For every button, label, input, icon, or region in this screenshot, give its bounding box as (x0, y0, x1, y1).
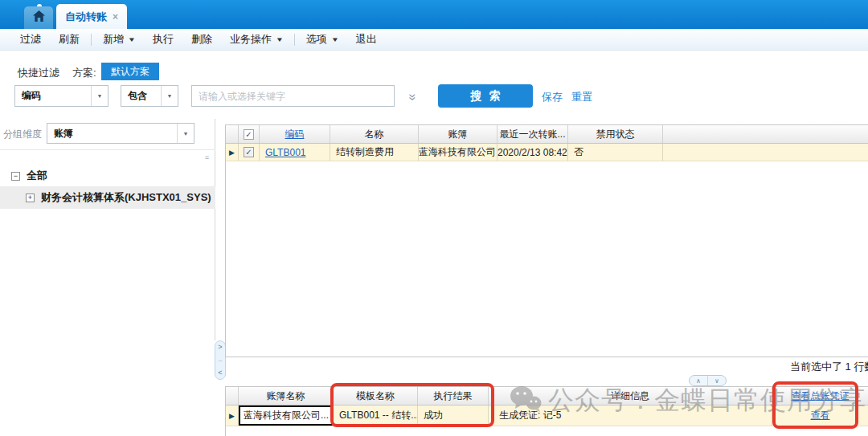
code-link[interactable]: GLTB001 (265, 147, 305, 158)
splitter-dash-icon: – (219, 357, 222, 364)
filter-operator-select-value: 包含 (121, 89, 161, 103)
filter-field-select[interactable]: 编码 ▼ (14, 85, 108, 107)
search-button[interactable]: 搜索 (438, 84, 533, 108)
cell-detail-info-text: 生成凭证: 记-5 (499, 409, 561, 422)
focused-cell[interactable]: 蓝海科技有限公司... (239, 405, 333, 426)
filter-field-select-value: 编码 (15, 89, 91, 103)
header-disabled-status[interactable]: 禁用状态 (568, 125, 663, 143)
toolbar-button-refresh[interactable]: 刷新 (50, 29, 88, 50)
filter-operator-select[interactable]: 包含 ▼ (121, 85, 178, 107)
select-all-checkbox-cell[interactable]: ✓ (239, 125, 260, 143)
header-detail-info[interactable]: 详细信息 (489, 387, 772, 405)
header-book-label: 账簿 (448, 128, 468, 141)
close-icon[interactable]: × (113, 11, 118, 22)
save-link[interactable]: 保存 (542, 90, 563, 104)
tree-item-accounting-system[interactable]: + 财务会计核算体系(KJHSTX01_SYS) (0, 186, 215, 209)
tree-handle-icon[interactable]: ≡ (205, 153, 209, 161)
toolbar-button-new[interactable]: 新增 ▼ (94, 29, 144, 50)
row-checkbox-cell[interactable]: ✓ (239, 144, 260, 161)
cell-name: 结转制造费用 (330, 144, 419, 161)
header-book-name[interactable]: 账簿名称 (239, 387, 334, 405)
cell-book: 蓝海科技有限公司 (419, 144, 497, 161)
execution-result-table-header: 账簿名称 模板名称 执行结果 详细信息 查看总账凭证 (226, 387, 868, 405)
book-tree: ≡ − 全部 + 财务会计核算体系(KJHSTX01_SYS) (0, 149, 215, 209)
toolbar-button-delete[interactable]: 删除 (182, 29, 221, 50)
tab-home[interactable] (24, 6, 53, 29)
toolbar-button-options[interactable]: 选项 ▼ (297, 29, 347, 50)
header-last-transfer-label: 最近一次转账... (499, 128, 565, 141)
row-indicator-cell: ▶ (226, 405, 239, 426)
chevron-down-icon: ▼ (331, 36, 339, 43)
table-row[interactable]: ▶ 蓝海科技有限公司... GLTB001 -- 结转... 成功 生成凭证: … (226, 405, 868, 426)
row-checkbox[interactable]: ✓ (244, 147, 254, 157)
header-exec-result-label: 执行结果 (434, 389, 473, 403)
selection-status: 当前选中了 1 行数据 (790, 360, 868, 374)
chevron-down-icon: ▼ (161, 86, 178, 106)
cell-book-name-text: 蓝海科技有限公司... (244, 409, 329, 422)
toolbar-button-exit[interactable]: 退出 (347, 29, 386, 50)
app-window: 自动转账 × 过滤 刷新 新增 ▼ 执行 删除 业务操作 ▼ 选项 ▼ (0, 0, 868, 436)
tree-item-all[interactable]: − 全部 (0, 165, 215, 186)
cell-disabled-status-text: 否 (574, 145, 583, 159)
cell-template-name: GLTB001 -- 结转... (334, 405, 418, 426)
header-code-label[interactable]: 编码 (285, 128, 305, 141)
header-last-transfer[interactable]: 最近一次转账... (497, 125, 568, 143)
header-book[interactable]: 账簿 (419, 125, 497, 143)
toolbar: 过滤 刷新 新增 ▼ 执行 删除 业务操作 ▼ 选项 ▼ 退出 (0, 29, 868, 51)
cell-view[interactable]: 查看 (772, 405, 868, 426)
cell-detail-info: 生成凭证: 记-5 (489, 405, 772, 426)
chevron-down-icon: ▼ (128, 36, 136, 43)
collapse-right-icon[interactable]: > (218, 344, 222, 351)
toolbar-button-business-ops[interactable]: 业务操作 ▼ (221, 29, 292, 50)
scheme-label: 方案: (72, 66, 96, 80)
cell-book-name[interactable]: 蓝海科技有限公司... (239, 405, 334, 426)
table-row[interactable]: ▶ ✓ GLTB001 结转制造费用 蓝海科技有限公司 2020/2/13 08… (226, 144, 868, 161)
header-view-voucher[interactable]: 查看总账凭证 (772, 387, 868, 405)
expand-filter-icon[interactable]: « (404, 90, 419, 104)
view-voucher-header-link[interactable]: 查看总账凭证 (792, 389, 850, 403)
header-name[interactable]: 名称 (330, 125, 419, 143)
header-code[interactable]: 编码 (260, 125, 330, 143)
header-disabled-status-label: 禁用状态 (596, 128, 635, 141)
view-link[interactable]: 查看 (811, 409, 830, 422)
tab-auto-transfer-label: 自动转账 (65, 10, 107, 24)
tree-expand-icon[interactable]: + (26, 194, 35, 202)
chevron-down-icon[interactable]: ∨ (708, 376, 726, 385)
toolbar-button-business-ops-label: 业务操作 (230, 32, 272, 47)
toolbar-button-execute[interactable]: 执行 (144, 29, 182, 50)
row-arrow-icon: ▶ (229, 412, 235, 420)
tree-item-all-label: 全部 (27, 169, 47, 183)
filter-panel: 快捷过滤 方案: 默认方案 编码 ▼ 包含 ▼ « 搜索 保存 重置 (0, 51, 868, 119)
row-pager[interactable]: ∧ ∨ (689, 375, 727, 386)
reset-link[interactable]: 重置 (571, 90, 592, 104)
row-indicator-cell: ▶ (226, 144, 239, 161)
header-book-name-label: 账簿名称 (267, 389, 305, 403)
collapse-left-icon[interactable]: < (218, 369, 222, 377)
group-dimension-select-value: 账簿 (47, 127, 177, 141)
sidebar: 分组维度 账簿 ▼ ≡ − 全部 + 财务会计核算体系(KJHSTX01_SYS… (0, 119, 215, 340)
cell-code[interactable]: GLTB001 (260, 144, 330, 161)
header-template-name[interactable]: 模板名称 (334, 387, 418, 405)
toolbar-button-execute-label: 执行 (153, 32, 174, 47)
cell-exec-result-text: 成功 (424, 409, 443, 422)
home-icon (33, 10, 45, 25)
transfer-template-table: ✓ 编码 名称 账簿 最近一次转账... 禁用状态 ▶ ✓ (225, 124, 868, 357)
group-dimension-select[interactable]: 账簿 ▼ (47, 123, 194, 144)
scheme-default-chip[interactable]: 默认方案 (101, 63, 159, 80)
quick-filter-label: 快捷过滤 (18, 66, 59, 80)
toolbar-button-exit-label: 退出 (356, 32, 377, 47)
keyword-input[interactable] (191, 85, 395, 107)
panel-splitter[interactable]: > – < (215, 340, 226, 380)
chevron-up-icon[interactable]: ∧ (690, 376, 708, 385)
header-exec-result[interactable]: 执行结果 (418, 387, 489, 405)
cell-disabled-status: 否 (568, 144, 663, 161)
tree-collapse-icon[interactable]: − (11, 172, 20, 181)
header-arrow-cell (226, 387, 239, 405)
toolbar-button-filter[interactable]: 过滤 (11, 29, 50, 50)
tree-item-accounting-system-label: 财务会计核算体系(KJHSTX01_SYS) (41, 190, 211, 205)
select-all-checkbox[interactable]: ✓ (244, 129, 254, 140)
cell-book-text: 蓝海科技有限公司 (419, 145, 496, 159)
cell-exec-result: 成功 (418, 405, 489, 426)
tab-auto-transfer[interactable]: 自动转账 × (56, 4, 127, 29)
toolbar-button-filter-label: 过滤 (20, 32, 41, 47)
